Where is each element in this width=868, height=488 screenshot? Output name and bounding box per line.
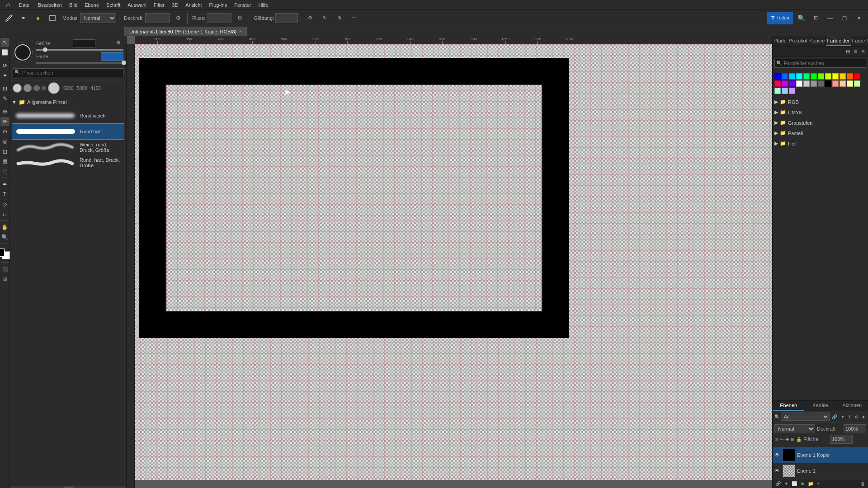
brush-item-rund-hart[interactable]: Rund hart <box>12 123 124 140</box>
swatch-ccff99[interactable] <box>854 80 860 87</box>
menu-item-auswahl[interactable]: Auswahl <box>124 1 150 9</box>
swatch-0000ff[interactable] <box>774 73 781 80</box>
swatch-group-cmyk-header[interactable]: ▶ 📁 CMYK <box>774 108 866 116</box>
menu-item-3d[interactable]: 3D <box>168 1 182 9</box>
menu-item-plug-ins[interactable]: Plug-ins <box>205 1 231 9</box>
rtab-pfade[interactable]: Pfade <box>773 36 788 46</box>
lock-artboard-btn[interactable]: ⊞ <box>791 437 794 442</box>
align-btn[interactable]: ⊕ <box>333 12 345 24</box>
path-tool[interactable]: ◇ <box>0 200 9 209</box>
rtab-farbe[interactable]: Farbe <box>851 36 867 46</box>
swatch-ff9999[interactable] <box>832 80 839 87</box>
blur-tool[interactable]: ◌ <box>0 167 9 176</box>
swatch-00ffff[interactable] <box>796 73 802 80</box>
farbfelder-search-input[interactable] <box>774 59 866 68</box>
menu-item-ebene[interactable]: Ebene <box>81 1 103 9</box>
layer-style-btn[interactable]: ✦ <box>840 414 846 420</box>
swatch-ffffff[interactable] <box>796 80 802 87</box>
menu-item-hilfe[interactable]: Hilfe <box>255 1 272 9</box>
brush-item-weich-rund[interactable]: Weich, rund, Druck, Größe <box>12 140 124 155</box>
more-btn[interactable]: ⋯ <box>347 12 360 24</box>
canvas-area[interactable]: 2803504204905606307007708409109801050112… <box>127 36 772 488</box>
swatch-group-rgb-header[interactable]: ▶ 📁 RGB <box>774 98 866 106</box>
deckraft-options-btn[interactable]: ⚙ <box>172 12 184 24</box>
layer-mask-btn[interactable]: ⬜ <box>790 481 798 487</box>
swatch-cc99ff[interactable] <box>789 88 795 94</box>
blend-mode-select[interactable]: Normal <box>774 424 815 433</box>
flache-input[interactable] <box>830 435 853 444</box>
foreground-color[interactable] <box>0 249 5 257</box>
menu-item-filter[interactable]: Filter <box>150 1 168 9</box>
maximize-btn[interactable]: □ <box>838 12 851 24</box>
brush-hardness-thumb[interactable] <box>122 61 126 65</box>
lock-paint-btn[interactable]: ✏ <box>780 437 783 442</box>
brush-search-input[interactable] <box>13 68 123 77</box>
lock-transparent-btn[interactable]: ⊡ <box>774 437 778 442</box>
ltab-kanale[interactable]: Kanäle <box>804 401 836 411</box>
text-tool[interactable]: T <box>0 190 9 199</box>
crop-tool[interactable]: ⊡ <box>0 84 9 93</box>
shape-circle-outline[interactable] <box>24 84 32 92</box>
brush-group-header[interactable]: ▼ 📁 Allgemeine Pinsel <box>12 98 124 106</box>
menu-item-bild[interactable]: Bild <box>66 1 81 9</box>
swatch-cc00ff[interactable] <box>782 80 788 87</box>
menu-item-ansicht[interactable]: Ansicht <box>182 1 205 9</box>
zoom-tool[interactable]: 🔍 <box>0 233 9 242</box>
swatch-6600ff[interactable] <box>789 80 795 87</box>
layer-item-1[interactable]: 👁 Ebene 1 <box>773 463 868 479</box>
layer-vis-1[interactable]: 👁 <box>774 468 781 474</box>
search-btn[interactable]: 🔍 <box>795 12 807 24</box>
airbrush-tool-btn[interactable]: ✒ <box>17 12 30 24</box>
menu-item-datei[interactable]: Datei <box>15 1 34 9</box>
home-btn[interactable]: ⌂ <box>2 0 14 11</box>
swatch-99ccff[interactable] <box>782 88 788 94</box>
swatch-000000[interactable] <box>825 80 831 87</box>
shape-tool[interactable]: □ <box>0 210 9 219</box>
new-layer-btn[interactable]: + <box>816 481 821 487</box>
brush-settings-btn[interactable]: ⚙ <box>116 39 123 46</box>
swatch-ccff00[interactable] <box>825 73 831 80</box>
swatch-66ff00[interactable] <box>818 73 824 80</box>
swatch-cccccc[interactable] <box>803 80 810 87</box>
layer-effects-btn[interactable]: ✦ <box>783 481 789 487</box>
lock-all-btn[interactable]: 🔒 <box>796 437 802 442</box>
eraser-tool[interactable]: ◻ <box>0 147 9 156</box>
shape-circle-small[interactable] <box>42 86 46 90</box>
layer-link-btn[interactable]: 🔗 <box>830 414 839 420</box>
swatch-00ff00[interactable] <box>811 73 817 80</box>
screen-mode-btn[interactable]: ⊞ <box>0 274 9 283</box>
close-btn[interactable]: × <box>853 12 865 24</box>
swatch-999999[interactable] <box>811 80 817 87</box>
swatch-ff0066[interactable] <box>774 80 781 87</box>
link-layers-btn[interactable]: 🔗 <box>774 481 782 487</box>
swatch-group-hell-header[interactable]: ▶ 📁 Hell <box>774 140 866 147</box>
fluss-options-btn[interactable]: ⚙ <box>233 12 246 24</box>
lasso-tool[interactable]: ⟳ <box>0 61 9 70</box>
swatch-group-graustufen-header[interactable]: ▶ 📁 Graustufen <box>774 119 866 127</box>
layer-vis-kopie[interactable]: 👁 <box>774 452 781 458</box>
layer-smart-btn[interactable]: ⊕ <box>854 414 860 420</box>
history-tool[interactable]: ◎ <box>0 137 9 146</box>
menu-item-bearbeiten[interactable]: Bearbeiten <box>34 1 66 9</box>
farbfelder-options-btn[interactable]: ✕ <box>860 47 866 56</box>
swatch-00ccff[interactable] <box>789 73 795 80</box>
brush-toggle-btn[interactable] <box>46 12 59 24</box>
brush-item-rund-hart-druck[interactable]: Rund, hart, Druck, Größe <box>12 155 124 170</box>
layer-item-kopie[interactable]: 👁 Ebene 1 Kopie <box>773 447 868 463</box>
canvas-viewport[interactable] <box>135 44 772 480</box>
fluss-input[interactable]: 100% <box>207 13 231 23</box>
healing-tool[interactable]: ⊕ <box>0 107 9 116</box>
layer-text-btn[interactable]: T <box>847 413 853 420</box>
ltab-ebenen[interactable]: Ebenen <box>773 401 804 411</box>
hand-tool[interactable]: ✋ <box>0 223 9 232</box>
clone-tool[interactable]: ⊙ <box>0 127 9 136</box>
swatch-ffff00[interactable] <box>832 73 839 80</box>
group-layers-btn[interactable]: 📁 <box>807 481 815 487</box>
brush-hardness-slider[interactable] <box>36 62 123 64</box>
marquee-tool[interactable]: ⬜ <box>0 48 9 57</box>
move-tool[interactable]: ↖ <box>0 38 9 47</box>
rtab-kopie[interactable]: Kopiee <box>808 36 826 46</box>
brush-options-btn[interactable]: ● <box>32 12 44 24</box>
deckraft-input[interactable]: 100% <box>145 13 170 23</box>
minimize-btn[interactable]: — <box>824 12 836 24</box>
